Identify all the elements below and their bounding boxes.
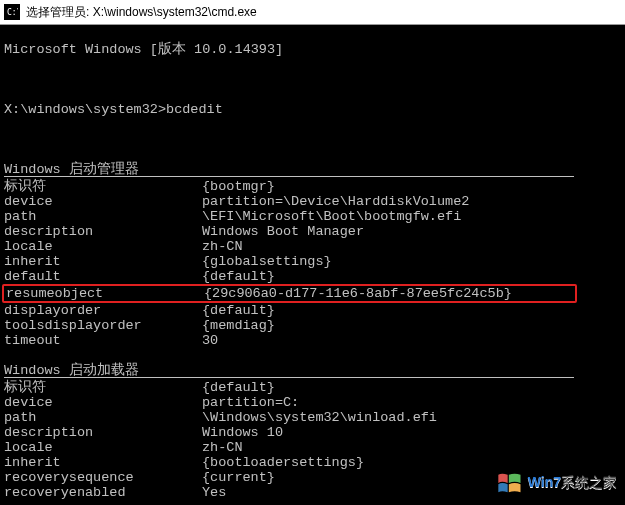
row-key: timeout xyxy=(4,333,202,348)
section-header: Windows 启动管理器 xyxy=(4,162,621,177)
output-row: localezh-CN xyxy=(4,239,621,254)
row-value: {memdiag} xyxy=(202,318,275,333)
row-key: 标识符 xyxy=(4,380,202,395)
row-value: partition=C: xyxy=(202,395,299,410)
row-value: Windows Boot Manager xyxy=(202,224,364,239)
output-row: recoverysequence{current} xyxy=(4,470,621,485)
version-banner: Microsoft Windows [版本 10.0.14393] xyxy=(4,42,621,57)
output-row: path\EFI\Microsoft\Boot\bootmgfw.efi xyxy=(4,209,621,224)
row-value: zh-CN xyxy=(202,440,243,455)
row-value: partition=\Device\HarddiskVolume2 xyxy=(202,194,469,209)
row-key: locale xyxy=(4,440,202,455)
output-row: descriptionWindows Boot Manager xyxy=(4,224,621,239)
row-value: 30 xyxy=(202,333,218,348)
row-key: device xyxy=(4,395,202,410)
output-row: inherit{bootloadersettings} xyxy=(4,455,621,470)
row-value: {bootmgr} xyxy=(202,179,275,194)
row-key: description xyxy=(4,425,202,440)
output-row: devicepartition=\Device\HarddiskVolume2 xyxy=(4,194,621,209)
row-key: default xyxy=(4,269,202,284)
row-value: {29c906a0-d177-11e6-8abf-87ee5fc24c5b} xyxy=(204,286,512,301)
row-key: resumeobject xyxy=(6,286,204,301)
highlighted-region: resumeobject{29c906a0-d177-11e6-8abf-87e… xyxy=(2,284,577,303)
row-key: inherit xyxy=(4,254,202,269)
row-key: displayorder xyxy=(4,303,202,318)
output-row: displayorder{default} xyxy=(4,303,621,318)
terminal-output[interactable]: Microsoft Windows [版本 10.0.14393] X:\win… xyxy=(0,25,625,505)
row-value: {default} xyxy=(202,303,275,318)
output-row: resumeobject{29c906a0-d177-11e6-8abf-87e… xyxy=(6,286,575,301)
command-typed: bcdedit xyxy=(166,102,223,117)
row-key: recoveryenabled xyxy=(4,485,202,500)
prompt-path: X:\windows\system32> xyxy=(4,102,166,117)
row-value: {bootloadersettings} xyxy=(202,455,364,470)
output-row: inherit{globalsettings} xyxy=(4,254,621,269)
row-value: Windows 10 xyxy=(202,425,283,440)
window-title: 选择管理员: X:\windows\system32\cmd.exe xyxy=(26,4,257,21)
row-value: {current} xyxy=(202,470,275,485)
row-key: recoverysequence xyxy=(4,470,202,485)
section-header: Windows 启动加载器 xyxy=(4,363,621,378)
command-prompt-window: C:\ 选择管理员: X:\windows\system32\cmd.exe M… xyxy=(0,0,625,505)
row-key: description xyxy=(4,224,202,239)
titlebar[interactable]: C:\ 选择管理员: X:\windows\system32\cmd.exe xyxy=(0,0,625,25)
row-value: Yes xyxy=(202,485,226,500)
row-key: 标识符 xyxy=(4,179,202,194)
output-row: toolsdisplayorder{memdiag} xyxy=(4,318,621,333)
svg-text:C:\: C:\ xyxy=(7,8,18,17)
row-value: \Windows\system32\winload.efi xyxy=(202,410,437,425)
cmd-icon: C:\ xyxy=(4,4,20,20)
output-row: default{default} xyxy=(4,269,621,284)
output-row: recoveryenabledYes xyxy=(4,485,621,500)
row-key: device xyxy=(4,194,202,209)
row-value: {default} xyxy=(202,380,275,395)
row-key: inherit xyxy=(4,455,202,470)
row-key: locale xyxy=(4,239,202,254)
row-key: path xyxy=(4,209,202,224)
output-row: 标识符{bootmgr} xyxy=(4,179,621,194)
row-value: {globalsettings} xyxy=(202,254,332,269)
output-row: path\Windows\system32\winload.efi xyxy=(4,410,621,425)
row-value: zh-CN xyxy=(202,239,243,254)
output-row: descriptionWindows 10 xyxy=(4,425,621,440)
output-row: localezh-CN xyxy=(4,440,621,455)
output-row: timeout30 xyxy=(4,333,621,348)
row-value: {default} xyxy=(202,269,275,284)
output-row: 标识符{default} xyxy=(4,380,621,395)
row-key: path xyxy=(4,410,202,425)
output-row: devicepartition=C: xyxy=(4,395,621,410)
row-key: toolsdisplayorder xyxy=(4,318,202,333)
row-value: \EFI\Microsoft\Boot\bootmgfw.efi xyxy=(202,209,461,224)
prompt-line: X:\windows\system32>bcdedit xyxy=(4,102,621,117)
